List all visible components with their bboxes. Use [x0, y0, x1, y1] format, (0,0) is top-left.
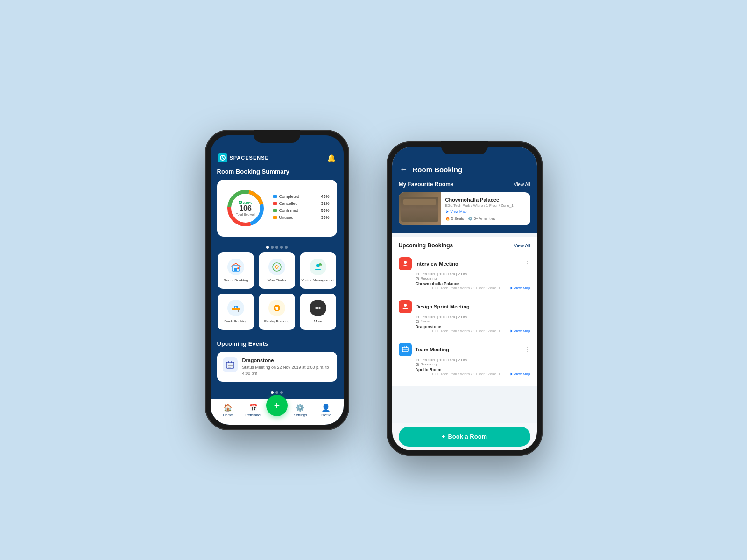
booking-loc-2: EGL Tech Park / Wipro / 1 Floor / Zone_1	[432, 329, 500, 333]
svg-rect-35	[404, 346, 405, 348]
dot-4[interactable]	[280, 246, 283, 249]
legend-dot-unused	[273, 216, 277, 219]
screen-1: SPACESENSE 🔔 Room Booking Summary	[211, 135, 344, 425]
summary-title: Room Booking Summary	[217, 168, 337, 175]
amenities-icon: ⚙️	[468, 217, 472, 221]
nav-settings[interactable]: ⚙️ Settings	[288, 403, 313, 417]
legend-label-unused: Unused	[279, 215, 294, 220]
legend-item-confirmed: Confirmed 55%	[273, 208, 330, 213]
upcoming-section: Upcoming Bookings View All Interview Mee…	[392, 237, 537, 386]
event-card: Dragonstone Status Meeting on 22 Nov 201…	[217, 352, 337, 382]
screen-2: ← Room Booking My Favourite Rooms View A…	[392, 147, 537, 450]
svg-point-30	[404, 261, 407, 264]
reminder-label: Reminder	[245, 413, 261, 417]
svg-rect-29	[228, 367, 231, 368]
legend-label-confirmed: Confirmed	[279, 208, 299, 213]
nav-profile[interactable]: 👤 Profile	[313, 403, 339, 417]
amenities-badge: ⚙️ 5+ Amenities	[468, 217, 495, 221]
svg-rect-21	[276, 306, 278, 307]
nav-reminder[interactable]: 📅 Reminder	[240, 403, 266, 417]
room-image-inner	[399, 192, 441, 225]
svg-point-24	[319, 307, 321, 309]
booking-row-1-header: Interview Meeting ⋮	[399, 257, 530, 270]
booking-avatar-3	[399, 343, 412, 356]
notch-2	[441, 141, 488, 154]
legend-pct-completed: 45%	[321, 194, 329, 199]
room-chair-row	[403, 199, 436, 205]
svg-rect-17	[238, 310, 239, 312]
event-dot-2[interactable]	[275, 391, 278, 394]
grid-item-pantry[interactable]: Pantry Booking	[259, 294, 295, 330]
home-icon: 🏠	[223, 403, 233, 412]
grid-item-more[interactable]: More	[300, 294, 336, 330]
legend-label-cancelled: Cancelled	[279, 201, 298, 206]
seats-badge: 🔥 5 Seats	[445, 217, 464, 221]
logo-icon	[218, 153, 227, 162]
screen-1-inner: SPACESENSE 🔔 Room Booking Summary	[211, 135, 344, 425]
legend-dot-cancelled	[273, 202, 277, 205]
svg-rect-26	[228, 361, 229, 363]
booking-loc-1: EGL Tech Park / Wipro / 1 Floor / Zone_1	[432, 286, 500, 290]
room-booking-icon	[227, 259, 244, 275]
booking-row-1-footer: Recurring	[416, 276, 530, 280]
grid-row-2: Desk Booking Pantry	[217, 294, 337, 330]
svg-rect-36	[406, 346, 407, 348]
booking-item-1: Interview Meeting ⋮ 11 Feb 2020 | 10:30 …	[399, 252, 530, 295]
seats-count: 5 Seats	[451, 217, 464, 221]
grid-item-desk[interactable]: Desk Booking	[218, 294, 254, 330]
favourites-section: My Favourite Rooms View All	[392, 181, 537, 233]
visitor-icon: ✓	[310, 259, 326, 275]
pantry-icon	[268, 300, 285, 316]
profile-icon: 👤	[321, 403, 331, 412]
booking-title-1: Interview Meeting	[416, 261, 520, 266]
legend: Completed 45% Cancelled 31%	[273, 194, 330, 222]
logo-text: SPACESENSE	[230, 155, 269, 161]
back-button[interactable]: ←	[400, 165, 408, 175]
svg-rect-8	[234, 268, 237, 271]
room-name: Chowmohalla Palacce	[445, 197, 526, 203]
book-room-label: Book a Room	[448, 433, 487, 440]
event-dot-3[interactable]	[280, 391, 283, 394]
upcoming-title: Upcoming Bookings	[399, 242, 453, 249]
bell-icon[interactable]: 🔔	[327, 154, 336, 162]
view-map-1[interactable]: View Map	[510, 286, 530, 290]
nav-home[interactable]: 🏠 Home	[215, 403, 241, 417]
view-map-link[interactable]: View Map	[445, 210, 526, 214]
screen-title: Room Booking	[413, 166, 463, 174]
favourites-view-all[interactable]: View All	[514, 182, 530, 187]
dot-5[interactable]	[285, 246, 288, 249]
grid-item-room-booking[interactable]: Room Booking	[218, 252, 254, 289]
room-booking-label: Room Booking	[224, 278, 248, 283]
nav-add-button[interactable]: +	[266, 395, 288, 416]
donut-chart: 3.65% 106 Total Booked	[225, 187, 267, 229]
carousel-dots	[211, 242, 344, 252]
settings-label: Settings	[294, 413, 307, 417]
booking-item-2: Design Sprint Meeting 11 Feb 2020 | 10:3…	[399, 295, 530, 338]
grid-item-visitor[interactable]: ✓ Visitor Management	[300, 252, 336, 289]
way-finder-icon	[268, 259, 285, 275]
desk-icon	[227, 300, 244, 316]
dot-3[interactable]	[275, 246, 278, 249]
event-desc: Status Meeting on 22 Nov 2019 at 2:00 p.…	[242, 364, 331, 376]
booking-avatar-1	[399, 257, 412, 270]
book-room-button[interactable]: + Book a Room	[399, 427, 530, 447]
booking-loc-3: EGL Tech Park / Wipro / 1 Floor / Zone_1	[432, 372, 500, 376]
booking-dots-1[interactable]: ⋮	[524, 260, 530, 267]
view-map-2[interactable]: View Map	[510, 329, 530, 333]
view-map-3[interactable]: View Map	[510, 372, 530, 376]
dot-1[interactable]	[266, 246, 269, 249]
grid-section: Room Booking Way Fi	[211, 252, 344, 340]
pantry-label: Pantry Booking	[264, 319, 289, 324]
dot-2[interactable]	[271, 246, 274, 249]
grid-row-1: Room Booking Way Fi	[217, 252, 337, 289]
logo: SPACESENSE	[218, 153, 269, 162]
grid-item-way-finder[interactable]: Way Finder	[259, 252, 295, 289]
event-dot-1[interactable]	[271, 391, 274, 394]
room-meta: 🔥 5 Seats ⚙️ 5+ Amenities	[445, 217, 526, 221]
upcoming-view-all[interactable]: View All	[514, 243, 530, 248]
svg-rect-27	[231, 361, 232, 363]
booking-dots-3[interactable]: ⋮	[524, 346, 530, 353]
legend-item-completed: Completed 45%	[273, 194, 330, 199]
legend-label-completed: Completed	[279, 194, 300, 199]
booking-room-3: Apollo Room	[416, 367, 530, 372]
